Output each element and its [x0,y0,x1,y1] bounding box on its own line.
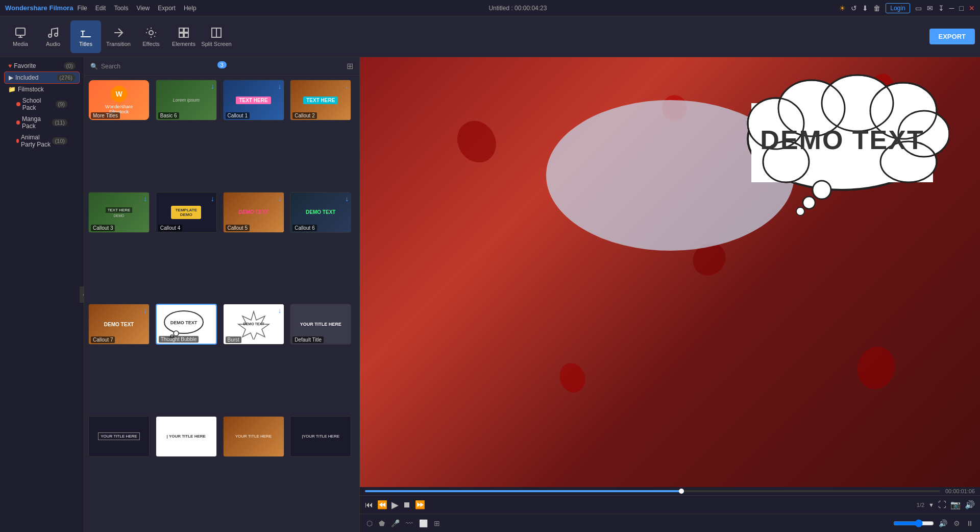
win-close-btn[interactable]: ✕ [969,4,975,12]
animal-party-count: (10) [52,137,67,144]
icon-trash[interactable]: 🗑 [873,4,880,12]
export-button[interactable]: EXPORT [929,29,975,44]
animal-party-item[interactable]: Animal Party Pack (10) [4,132,80,150]
ratio-display: 1/2 [917,502,924,508]
school-pack-label: School Pack [16,97,56,111]
effects-btn[interactable]: ⬡ [365,518,374,529]
school-pack-item[interactable]: School Pack (9) [4,95,80,113]
tool-media-label: Media [13,41,28,47]
default-title-label: Default Title [292,336,324,343]
main-area: ♥ Favorite (0) ▶ Included (276) 📁 Filmst… [0,57,980,532]
frame-back-button[interactable]: ⏪ [377,500,387,510]
thought-bubble-card[interactable]: DEMO TEXT Thought Bubble [156,304,217,345]
menu-tools[interactable]: Tools [114,5,128,12]
captions-btn[interactable]: ⬜ [418,518,429,529]
volume-mute-btn[interactable]: 🔊 [937,518,949,529]
included-item[interactable]: ▶ Included (276) [4,71,80,84]
tool-titles[interactable]: T Titles [70,20,101,53]
tool-split-screen[interactable]: Split Screen [201,20,232,53]
tool-elements[interactable]: Elements [168,20,199,53]
app-logo: Wondershare Filmora [5,4,73,12]
audio-wave-btn[interactable]: 〰 [404,518,414,529]
tool-transition[interactable]: Transition [103,20,134,53]
menu-export[interactable]: Export [158,5,176,12]
icon-email[interactable]: ✉ [927,4,933,12]
more-titles-card[interactable]: W WondershareFilmstock More Titles [88,80,150,120]
basic6-card[interactable]: Lorem Ipsum ↓ Basic 6 [156,80,217,120]
menu-file[interactable]: File [77,5,87,12]
dot-icon3 [16,139,19,143]
download-icon7: ↓ [345,195,349,203]
callout1-card[interactable]: TEXT HERE ↓ Callout 1 [223,80,284,120]
burst-card[interactable]: DEMO TEXT ↓ Burst [223,304,284,345]
progress-area: 00:00:01:06 [360,487,980,495]
ratio-dropdown[interactable]: ▼ [928,502,934,508]
title-text: Untitled : 00:00:04:23 [488,5,547,12]
fullscreen-button[interactable]: ⛶ [938,500,946,510]
volume-slider[interactable] [893,519,934,527]
callout3-sub: DEMO [114,214,125,217]
title-card-r4c1[interactable]: YOUR TITLE HERE [88,416,150,457]
callout5-card[interactable]: DEMO TEXT ↓ Callout 5 [223,192,284,233]
menu-help[interactable]: Help [184,5,197,12]
titlebar-center: Untitled : 00:00:04:23 [488,5,547,12]
menu-edit[interactable]: Edit [95,5,106,12]
mask-btn[interactable]: ⬟ [377,518,386,529]
dot-icon [16,102,20,106]
callout7-card[interactable]: DEMO TEXT ↓ Callout 7 [88,304,150,345]
callout4-card[interactable]: TEMPLATE DEMO ↓ Callout 4 [156,192,217,233]
snapshot-button[interactable]: 📷 [950,500,961,510]
svg-point-17 [450,114,503,170]
icon-arrow[interactable]: ↧ [938,4,944,12]
callout5-text: DEMO TEXT [238,209,268,215]
icon-refresh[interactable]: ↺ [851,4,857,12]
play-button[interactable]: ▶ [391,499,399,511]
callout1-label: Callout 1 [226,112,250,119]
icon-download[interactable]: ⬇ [862,4,868,12]
login-button[interactable]: Login [886,3,910,13]
thought-bubble-svg: DEMO TEXT [735,72,949,221]
title-card-r4c4[interactable]: |YOUR TITLE HERE [290,416,351,457]
volume-button[interactable]: 🔊 [965,500,975,510]
titles-grid: W WondershareFilmstock More Titles Lorem… [84,76,359,530]
svg-point-4 [149,31,153,35]
tool-effects[interactable]: Effects [136,20,166,53]
svg-point-34 [803,197,815,209]
frame-forward-button[interactable]: ⏩ [415,500,425,510]
callout6-card[interactable]: DEMO TEXT ↓ Callout 6 [290,192,351,233]
settings-btn[interactable]: ⚙ [952,518,962,529]
default-title-card[interactable]: YOUR TITLE HERE Default Title [290,304,351,345]
favorite-item[interactable]: ♥ Favorite (0) [4,60,80,71]
tool-audio[interactable]: Audio [38,20,68,53]
win-max-btn[interactable]: □ [960,4,964,12]
icon-sun[interactable]: ☀ [839,4,846,12]
callout4-label: Callout 4 [158,225,182,231]
svg-rect-5 [179,28,183,32]
callout2-label: Callout 2 [292,112,316,119]
icon-display[interactable]: ▭ [915,4,922,12]
dot-icon2 [16,120,20,125]
progress-bar-container[interactable] [365,490,940,492]
crop-btn[interactable]: ⊞ [432,518,442,529]
title-card-r4c2[interactable]: | YOUR TITLE HERE [156,416,217,457]
menu-view[interactable]: View [136,5,150,12]
mic-btn[interactable]: 🎤 [389,518,401,529]
titlebar-right: ☀ ↺ ⬇ 🗑 Login ▭ ✉ ↧ ─ □ ✕ [839,3,975,13]
r4c4-text: |YOUR TITLE HERE [302,434,340,439]
stop-button[interactable]: ⏹ [403,500,411,510]
download-icon9: ↓ [278,306,282,315]
grid-options-icon[interactable]: ⊞ [347,61,353,71]
callout2-card[interactable]: TEXT HERE ↓ Callout 2 [290,80,351,120]
manga-pack-item[interactable]: Manga Pack (11) [4,113,80,132]
callout3-card[interactable]: TEXT HERE DEMO ↓ Callout 3 [88,192,150,233]
search-area[interactable]: 🔍 Search [90,63,120,70]
title-card-r4c3[interactable]: YOUR TITLE HERE [223,416,284,457]
win-min-btn[interactable]: ─ [949,4,954,12]
tool-media[interactable]: Media [5,20,36,53]
content-header: 🔍 Search 3 ⊞ [84,57,359,76]
download-icon2: ↓ [278,82,282,90]
collapse-panel-arrow[interactable]: ‹ [80,286,84,303]
filmstock-folder[interactable]: 📁 Filmstock [4,84,80,95]
step-back-button[interactable]: ⏮ [365,500,373,510]
pause-all-btn[interactable]: ⏸ [965,518,975,529]
